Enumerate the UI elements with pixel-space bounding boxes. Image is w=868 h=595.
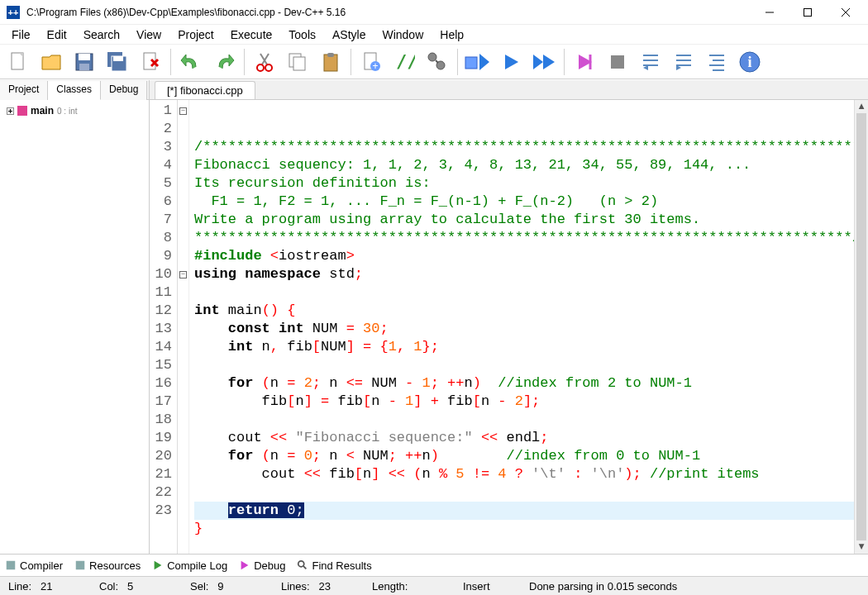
code-line[interactable]: return 0;: [194, 502, 868, 520]
code-line[interactable]: ****************************************…: [194, 229, 868, 247]
code-line[interactable]: fib[n] = fib[n - 1] + fib[n - 2];: [194, 393, 868, 411]
code-line[interactable]: Its recursion definition is:: [194, 174, 868, 193]
left-tab-classes[interactable]: Classes: [48, 81, 101, 100]
code-line[interactable]: [194, 483, 868, 502]
about-button[interactable]: i: [735, 47, 765, 77]
code-line[interactable]: using namespace std;: [194, 265, 868, 283]
class-tree[interactable]: main 0 : int: [0, 100, 149, 554]
bottom-tabs: CompilerResourcesCompile LogDebugFind Re…: [0, 554, 868, 576]
code-line[interactable]: /***************************************…: [194, 138, 868, 156]
svg-rect-60: [76, 561, 85, 570]
code-line[interactable]: const int NUM = 30;: [194, 320, 868, 338]
tree-item-label: main: [31, 105, 54, 117]
menu-astyle[interactable]: AStyle: [324, 25, 374, 44]
scroll-up-icon[interactable]: ▴: [855, 100, 868, 113]
editor-area: [*] fibonacci.cpp 1234567891011121314151…: [150, 80, 868, 554]
svg-marker-35: [505, 55, 518, 69]
find-button[interactable]: [422, 47, 452, 77]
svg-rect-23: [293, 57, 305, 70]
menu-edit[interactable]: Edit: [39, 25, 75, 44]
menu-project[interactable]: Project: [169, 25, 222, 44]
cut-button[interactable]: [250, 47, 279, 77]
code-line[interactable]: Fibonacci sequency: 1, 1, 2, 3, 4, 8, 13…: [194, 156, 868, 174]
code-editor[interactable]: 1234567891011121314151617181920212223 −−…: [150, 100, 868, 554]
code-line[interactable]: }: [194, 520, 868, 538]
status-lines: Lines: 23: [273, 580, 364, 593]
svg-rect-14: [113, 56, 123, 61]
save-button[interactable]: [69, 47, 99, 77]
svg-point-63: [298, 561, 304, 567]
new-project-button[interactable]: +: [356, 47, 386, 77]
editor-tab[interactable]: [*] fibonacci.cpp: [155, 81, 255, 99]
window-title: C:\Program Files (x86)\Dev-Cpp\Examples\…: [26, 7, 751, 18]
tree-item-suffix: 0 : int: [57, 107, 77, 116]
svg-text://: //: [396, 51, 415, 72]
tree-item-main[interactable]: main 0 : int: [7, 105, 142, 117]
left-panel-tabs: ProjectClassesDebug: [0, 80, 149, 100]
redo-button[interactable]: [209, 47, 239, 77]
comment-button[interactable]: //: [389, 47, 419, 77]
open-button[interactable]: [36, 47, 66, 77]
code-line[interactable]: cout << fib[n] << (n % 5 != 4 ? '\t' : '…: [194, 465, 868, 483]
svg-text:i: i: [747, 54, 751, 70]
svg-marker-34: [479, 54, 489, 70]
debug-button[interactable]: [570, 47, 599, 77]
code-line[interactable]: [194, 356, 868, 374]
svg-rect-33: [465, 57, 477, 69]
bottom-tab-find-results[interactable]: Find Results: [297, 559, 371, 572]
code-line[interactable]: #include <iostream>: [194, 247, 868, 265]
maximize-button[interactable]: [789, 0, 827, 25]
bottom-tab-debug[interactable]: Debug: [239, 559, 285, 572]
vertical-scrollbar[interactable]: ▴ ▾: [854, 100, 868, 554]
code-line[interactable]: int main() {: [194, 302, 868, 320]
scrollbar-thumb[interactable]: [856, 113, 866, 540]
code-content[interactable]: /***************************************…: [189, 100, 868, 554]
menu-search[interactable]: Search: [75, 25, 128, 44]
close-file-button[interactable]: [136, 47, 165, 77]
code-line[interactable]: [194, 538, 868, 554]
stop-button[interactable]: [603, 47, 632, 77]
minimize-button[interactable]: [751, 0, 789, 25]
main-area: ProjectClassesDebug main 0 : int [*] fib…: [0, 80, 868, 554]
status-mode: Insert: [455, 580, 521, 593]
unindent-button[interactable]: [636, 47, 665, 77]
code-line[interactable]: for (n = 0; n < NUM; ++n) //index from 0…: [194, 447, 868, 465]
menu-execute[interactable]: Execute: [222, 25, 281, 44]
left-tab-debug[interactable]: Debug: [101, 81, 147, 100]
code-line[interactable]: for (n = 2; n <= NUM - 1; ++n) //index f…: [194, 374, 868, 393]
menu-view[interactable]: View: [128, 25, 169, 44]
close-button[interactable]: [827, 0, 865, 25]
code-line[interactable]: [194, 411, 868, 429]
toolbar-separator: [170, 49, 171, 75]
menu-file[interactable]: File: [3, 25, 39, 44]
bottom-tab-resources[interactable]: Resources: [74, 559, 141, 572]
fold-column: −−: [178, 100, 189, 554]
format-button[interactable]: [702, 47, 732, 77]
menu-tools[interactable]: Tools: [280, 25, 324, 44]
svg-rect-25: [327, 53, 334, 57]
expand-icon: [7, 107, 14, 115]
code-line[interactable]: [194, 283, 868, 302]
code-line[interactable]: Write a program using array to calculate…: [194, 211, 868, 229]
undo-button[interactable]: [176, 47, 206, 77]
paste-button[interactable]: [316, 47, 346, 77]
menu-help[interactable]: Help: [432, 25, 472, 44]
scroll-down-icon[interactable]: ▾: [855, 540, 868, 554]
save-all-button[interactable]: [103, 47, 132, 77]
compile-run-button[interactable]: [463, 47, 493, 77]
code-line[interactable]: int n, fib[NUM] = {1, 1};: [194, 338, 868, 356]
bottom-tab-compile-log[interactable]: Compile Log: [152, 559, 227, 572]
menu-window[interactable]: Window: [374, 25, 432, 44]
left-tab-project[interactable]: Project: [0, 81, 48, 100]
indent-button[interactable]: [669, 47, 699, 77]
svg-marker-62: [241, 561, 249, 570]
rebuild-run-button[interactable]: [529, 47, 559, 77]
new-file-button[interactable]: [3, 47, 33, 77]
bottom-tab-compiler[interactable]: Compiler: [5, 559, 63, 572]
run-button[interactable]: [496, 47, 526, 77]
svg-point-20: [257, 64, 264, 71]
code-line[interactable]: cout << "Fibonacci sequence:" << endl;: [194, 429, 868, 447]
copy-button[interactable]: [283, 47, 312, 77]
code-line[interactable]: F1 = 1, F2 = 1, ... F_n = F_(n-1) + F_(n…: [194, 193, 868, 211]
status-col: Col: 5: [91, 580, 182, 593]
